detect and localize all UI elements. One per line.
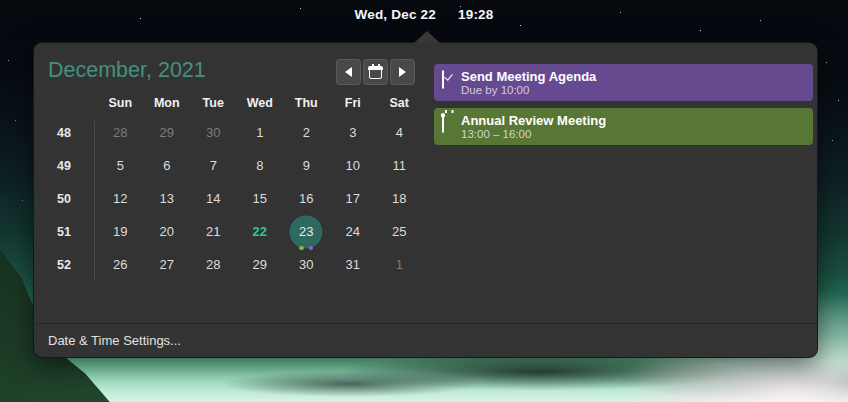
day-number: 29 <box>253 257 267 272</box>
week-number: 52 <box>48 258 80 272</box>
calendar-nav <box>336 59 415 85</box>
clock-time: 19:28 <box>458 7 494 22</box>
day-number: 5 <box>117 158 124 173</box>
task-checkbox-icon <box>442 71 444 89</box>
day-number: 28 <box>113 125 127 140</box>
calendar-day-cell[interactable]: 29 <box>237 248 284 281</box>
calendar-popup: December, 2021 SunMonTueWedThuFriSat4828… <box>33 42 818 358</box>
day-number: 23 <box>299 224 313 239</box>
calendar-day-cell[interactable]: 31 <box>330 248 377 281</box>
event-card[interactable]: Annual Review Meeting13:00 – 16:00 <box>434 108 813 145</box>
calendar-day-cell[interactable]: 23 <box>283 215 330 248</box>
calendar-day-cell[interactable]: 5 <box>97 149 144 182</box>
prev-month-button[interactable] <box>336 59 361 85</box>
event-list: Send Meeting AgendaDue by 10:00Annual Re… <box>434 64 813 145</box>
calendar-day-cell[interactable]: 29 <box>144 116 191 149</box>
event-dots <box>299 246 313 251</box>
day-number: 12 <box>113 191 127 206</box>
day-number: 14 <box>206 191 220 206</box>
calendar-day-cell[interactable]: 11 <box>376 149 423 182</box>
calendar-day-cell[interactable]: 25 <box>376 215 423 248</box>
event-subtitle: 13:00 – 16:00 <box>461 128 803 141</box>
week-number: 48 <box>48 126 80 140</box>
week-number: 51 <box>48 225 80 239</box>
weekday-header: Mon <box>144 96 191 110</box>
calendar-day-cell[interactable]: 10 <box>330 149 377 182</box>
week-row: 49567891011 <box>48 149 423 182</box>
calendar-day-cell[interactable]: 12 <box>97 182 144 215</box>
calendar-day-cell[interactable]: 28 <box>97 116 144 149</box>
calendar-day-cell[interactable]: 1 <box>237 116 284 149</box>
day-number: 22 <box>253 224 267 239</box>
calendar-day-cell[interactable]: 13 <box>144 182 191 215</box>
calendar-day-cell[interactable]: 21 <box>190 215 237 248</box>
left-arrow-icon <box>345 67 352 77</box>
next-month-button[interactable] <box>390 59 415 85</box>
day-number: 25 <box>392 224 406 239</box>
calendar-day-cell[interactable]: 30 <box>190 116 237 149</box>
desktop: Wed, Dec 22 19:28 December, 2021 SunMonT… <box>0 0 848 402</box>
month-title: December, 2021 <box>48 58 206 83</box>
today-button[interactable] <box>363 59 388 85</box>
week-number: 50 <box>48 192 80 206</box>
calendar-day-cell[interactable]: 27 <box>144 248 191 281</box>
calendar-day-cell[interactable]: 20 <box>144 215 191 248</box>
clock[interactable]: Wed, Dec 22 19:28 <box>0 7 848 22</box>
calendar-day-cell[interactable]: 18 <box>376 182 423 215</box>
calendar-day-cell[interactable]: 3 <box>330 116 377 149</box>
weekday-header-row: SunMonTueWedThuFriSat <box>48 90 423 116</box>
calendar-glyph <box>442 114 444 133</box>
event-dot <box>299 246 304 251</box>
day-number: 30 <box>299 257 313 272</box>
day-number: 20 <box>160 224 174 239</box>
task-checkbox-glyph <box>442 70 444 89</box>
stars-decoration <box>0 0 1 1</box>
day-number: 16 <box>299 191 313 206</box>
event-card[interactable]: Send Meeting AgendaDue by 10:00 <box>434 64 813 101</box>
weekday-header: Thu <box>283 96 330 110</box>
calendar-day-cell[interactable]: 16 <box>283 182 330 215</box>
calendar-day-cell[interactable]: 8 <box>237 149 284 182</box>
week-row: 5119202122232425 <box>48 215 423 248</box>
day-number: 19 <box>113 224 127 239</box>
week-row: 522627282930311 <box>48 248 423 281</box>
clock-date: Wed, Dec 22 <box>354 7 436 22</box>
event-dot <box>309 246 314 251</box>
day-number: 1 <box>256 125 263 140</box>
calendar-day-cell[interactable]: 9 <box>283 149 330 182</box>
day-number: 1 <box>396 257 403 272</box>
calendar-day-cell[interactable]: 19 <box>97 215 144 248</box>
date-time-settings[interactable]: Date & Time Settings... <box>34 323 817 357</box>
calendar-day-cell[interactable]: 24 <box>330 215 377 248</box>
calendar-day-cell[interactable]: 30 <box>283 248 330 281</box>
weekday-header: Wed <box>237 96 284 110</box>
day-number: 27 <box>160 257 174 272</box>
calendar-day-cell[interactable]: 28 <box>190 248 237 281</box>
event-title: Send Meeting Agenda <box>461 69 803 84</box>
calendar-day-cell[interactable]: 4 <box>376 116 423 149</box>
calendar-day-cell[interactable]: 26 <box>97 248 144 281</box>
day-number: 29 <box>160 125 174 140</box>
day-number: 10 <box>346 158 360 173</box>
day-number: 21 <box>206 224 220 239</box>
event-subtitle: Due by 10:00 <box>461 84 803 97</box>
calendar-day-cell[interactable]: 6 <box>144 149 191 182</box>
calendar-day-cell[interactable]: 17 <box>330 182 377 215</box>
calendar-day-cell[interactable]: 15 <box>237 182 284 215</box>
day-number: 4 <box>396 125 403 140</box>
day-number: 13 <box>160 191 174 206</box>
weekday-header: Tue <box>190 96 237 110</box>
calendar-day-cell[interactable]: 2 <box>283 116 330 149</box>
calendar-day-cell[interactable]: 14 <box>190 182 237 215</box>
weekday-header: Sun <box>97 96 144 110</box>
day-number: 24 <box>346 224 360 239</box>
event-title: Annual Review Meeting <box>461 113 803 128</box>
day-number: 7 <box>210 158 217 173</box>
calendar-day-cell[interactable]: 1 <box>376 248 423 281</box>
popup-anchor-arrow <box>414 31 440 43</box>
day-number: 3 <box>349 125 356 140</box>
calendar-day-cell[interactable]: 22 <box>237 215 284 248</box>
week-row: 5012131415161718 <box>48 182 423 215</box>
calendar-day-cell[interactable]: 7 <box>190 149 237 182</box>
day-number: 2 <box>303 125 310 140</box>
